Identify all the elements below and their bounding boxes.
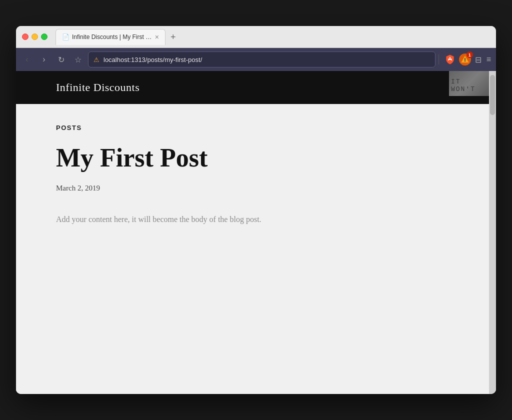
- forward-button[interactable]: ›: [37, 52, 51, 66]
- scrollbar-thumb[interactable]: [490, 75, 495, 115]
- bg-text: IT WON'T: [449, 71, 489, 96]
- address-bar: ‹ › ↻ ☆ ⚠ localhost:1313/posts/my-first-…: [16, 48, 496, 71]
- site-header: Infinite Discounts: [16, 71, 489, 104]
- url-bar[interactable]: ⚠ localhost:1313/posts/my-first-post/: [88, 52, 436, 68]
- maximize-button[interactable]: [41, 34, 48, 40]
- back-button[interactable]: ‹: [20, 52, 34, 66]
- site-title-link[interactable]: Infinite Discounts: [56, 84, 140, 92]
- title-bar: 📄 Infinite Discounts | My First Post × +: [16, 26, 496, 48]
- url-text: localhost:1313/posts/my-first-post/: [104, 56, 430, 64]
- browser-window: 📄 Infinite Discounts | My First Post × +…: [16, 26, 496, 394]
- traffic-lights: [22, 34, 48, 40]
- background-image: IT WON'T: [449, 71, 489, 96]
- brave-shield-icon[interactable]: [444, 54, 456, 66]
- post-date: March 2, 2019: [56, 184, 449, 192]
- website: IT WON'T Infinite Discounts POSTS My Fir…: [16, 71, 489, 394]
- new-tab-button[interactable]: +: [168, 32, 179, 42]
- site-main: POSTS My First Post March 2, 2019 Add yo…: [16, 104, 489, 394]
- alert-icon[interactable]: 1: [459, 54, 471, 66]
- url-divider: [438, 54, 439, 64]
- hamburger-menu-icon[interactable]: ≡: [486, 54, 492, 65]
- tab-favicon-icon: 📄: [62, 34, 69, 40]
- reload-button[interactable]: ↻: [54, 52, 68, 66]
- browser-icons: 1 ⊟ ≡: [444, 54, 492, 66]
- browser-content-wrapper: IT WON'T Infinite Discounts POSTS My Fir…: [16, 71, 496, 394]
- browser-bookmark-icon[interactable]: ⊟: [474, 54, 482, 66]
- post-body: Add your content here, it will become th…: [56, 212, 449, 226]
- active-tab[interactable]: 📄 Infinite Discounts | My First Post ×: [56, 29, 166, 45]
- tab-bar: 📄 Infinite Discounts | My First Post × +: [56, 29, 490, 45]
- site-title: Infinite Discounts: [56, 81, 140, 94]
- close-button[interactable]: [22, 34, 28, 40]
- alert-badge: 1: [466, 52, 473, 58]
- scrollbar-track[interactable]: [489, 71, 496, 394]
- tab-label: Infinite Discounts | My First Post: [72, 34, 152, 40]
- posts-section-label: POSTS: [56, 124, 449, 132]
- tab-close-icon[interactable]: ×: [155, 34, 159, 40]
- bookmark-button[interactable]: ☆: [71, 52, 85, 66]
- security-warning-icon: ⚠: [94, 56, 100, 64]
- minimize-button[interactable]: [32, 34, 38, 40]
- post-title: My First Post: [56, 144, 449, 172]
